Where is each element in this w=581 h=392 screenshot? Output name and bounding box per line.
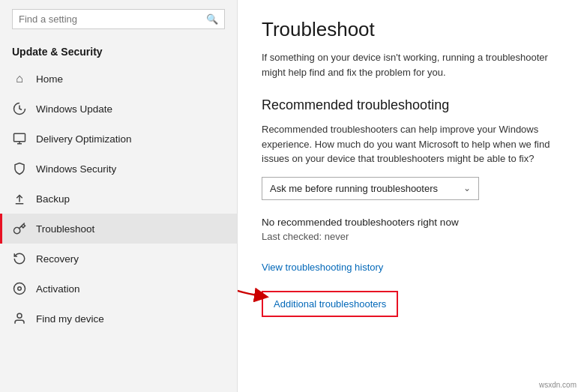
sidebar-item-recovery[interactable]: Recovery [0,244,237,274]
additional-troubleshooters-button[interactable]: Additional troubleshooters [262,291,398,317]
sidebar-item-find-my-device-label: Find my device [36,313,104,325]
sidebar: 🔍 Update & Security ⌂ Home Windows Updat… [0,0,238,392]
sidebar-item-windows-security[interactable]: Windows Security [0,154,237,184]
search-box[interactable]: 🔍 [12,9,225,29]
sidebar-item-windows-update[interactable]: Windows Update [0,94,237,124]
sidebar-item-home[interactable]: ⌂ Home [0,64,237,94]
search-icon: 🔍 [206,13,218,25]
sidebar-item-backup[interactable]: Backup [0,184,237,214]
additional-troubleshooters-container: Additional troubleshooters [262,291,398,317]
sidebar-item-windows-update-label: Windows Update [36,103,112,115]
activation-icon [12,281,27,296]
recommended-troubleshooting-heading: Recommended troubleshooting [262,97,557,113]
sidebar-item-find-my-device[interactable]: Find my device [0,304,237,334]
view-history-link[interactable]: View troubleshooting history [262,262,383,273]
svg-point-6 [18,287,22,291]
troubleshoot-icon [12,221,27,236]
sidebar-item-windows-security-label: Windows Security [36,163,116,175]
delivery-optimization-icon [12,131,27,146]
sidebar-item-recovery-label: Recovery [36,253,79,265]
svg-point-7 [17,313,22,318]
content-area: Troubleshoot If something on your device… [238,0,581,392]
page-description: If something on your device isn't workin… [262,50,557,79]
troubleshoot-dropdown[interactable]: Ask me before running troubleshooters ⌄ [262,177,479,200]
sidebar-item-backup-label: Backup [36,193,70,205]
find-my-device-icon [12,311,27,326]
svg-rect-0 [14,133,25,142]
section-description: Recommended troubleshooters can help imp… [262,122,557,166]
last-checked-text: Last checked: never [262,231,557,242]
sidebar-section-title: Update & Security [0,46,237,64]
sidebar-item-home-label: Home [36,73,63,85]
sidebar-item-activation-label: Activation [36,283,80,295]
sidebar-item-delivery-optimization[interactable]: Delivery Optimization [0,124,237,154]
status-text: No recommended troubleshooters right now [262,217,557,228]
home-icon: ⌂ [12,71,27,86]
chevron-down-icon: ⌄ [463,183,471,193]
watermark: wsxdn.com [539,381,577,389]
dropdown-value: Ask me before running troubleshooters [270,183,438,194]
svg-point-5 [14,283,25,295]
sidebar-item-activation[interactable]: Activation [0,274,237,304]
windows-security-icon [12,161,27,176]
windows-update-icon [12,101,27,116]
sidebar-item-troubleshoot-label: Troubleshoot [36,223,94,235]
backup-icon [12,191,27,206]
sidebar-header: 🔍 [0,0,237,46]
arrow-annotation [238,250,277,302]
sidebar-item-delivery-optimization-label: Delivery Optimization [36,133,132,145]
sidebar-item-troubleshoot[interactable]: Troubleshoot [0,214,237,244]
recovery-icon [12,251,27,266]
page-title: Troubleshoot [262,18,557,41]
search-input[interactable] [19,13,206,25]
